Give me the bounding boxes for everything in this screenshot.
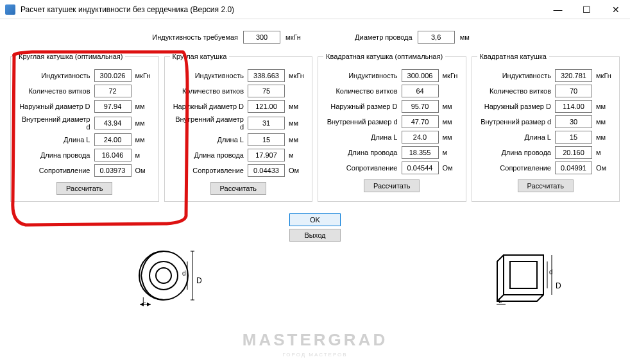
inductance-label: Индуктивность: [195, 72, 244, 79]
wirelen-label: Длина провода: [501, 149, 551, 156]
watermark: MASTERGRAD: [0, 330, 630, 350]
calculate-button[interactable]: Рассчитать: [518, 179, 574, 192]
coil-panel-2: Квадратная катушка (оптимальная) Индукти…: [318, 53, 466, 202]
outer-label: Наружный диаметр D: [173, 103, 244, 110]
inner-output[interactable]: [248, 117, 285, 129]
unit: мм: [289, 103, 307, 110]
resistance-output[interactable]: [248, 164, 285, 177]
turns-label: Количество витков: [336, 87, 397, 95]
required-inductance-label: Индуктивность требуемая: [152, 33, 238, 41]
unit: Ом: [443, 164, 461, 172]
coil-panel-3: Квадратная катушка ИндуктивностьмкГн Кол…: [472, 53, 620, 202]
svg-text:d: d: [182, 270, 186, 277]
wirelen-output[interactable]: [94, 149, 132, 161]
svg-text:L: L: [498, 297, 502, 304]
unit: мкГн: [443, 72, 461, 79]
outer-label: Наружный диаметр D: [19, 103, 90, 110]
length-label: Длина L: [371, 133, 397, 141]
length-output[interactable]: [94, 133, 132, 146]
resistance-label: Сопротивление: [346, 164, 398, 172]
outer-output[interactable]: [248, 100, 285, 113]
wirelen-output[interactable]: [402, 146, 439, 159]
length-output[interactable]: [248, 133, 285, 146]
length-label: Длина L: [64, 136, 90, 144]
svg-text:d: d: [549, 269, 553, 276]
outer-label: Наружный размер D: [484, 103, 551, 110]
svg-point-2: [156, 268, 171, 283]
unit: мкГн: [135, 72, 153, 79]
turns-output[interactable]: [402, 85, 439, 97]
panel-title: Круглая катушка (оптимальная): [16, 53, 125, 60]
resistance-label: Сопротивление: [39, 167, 90, 174]
outer-output[interactable]: [402, 100, 439, 113]
unit: мм: [596, 103, 614, 110]
inductance-output[interactable]: [248, 69, 285, 82]
close-button[interactable]: ✕: [601, 0, 630, 19]
inner-label: Внутренний размер d: [327, 118, 398, 126]
minimize-button[interactable]: —: [543, 0, 572, 19]
inner-output[interactable]: [402, 115, 439, 128]
unit: мм: [135, 119, 153, 127]
outer-output[interactable]: [555, 100, 592, 113]
unit: м: [289, 151, 307, 159]
svg-marker-11: [140, 302, 144, 306]
calculate-button[interactable]: Рассчитать: [56, 182, 112, 195]
unit-mkgn: мкГн: [285, 33, 303, 41]
unit: мкГн: [289, 72, 307, 79]
calculate-button[interactable]: Рассчитать: [364, 179, 420, 192]
wirelen-output[interactable]: [555, 146, 592, 159]
turns-output[interactable]: [555, 85, 592, 97]
unit: мм: [135, 103, 153, 110]
wirelen-label: Длина провода: [40, 151, 90, 159]
length-output[interactable]: [555, 131, 592, 144]
unit: мм: [596, 133, 614, 141]
turns-output[interactable]: [248, 85, 285, 97]
svg-text:D: D: [556, 281, 561, 290]
turns-label: Количество витков: [182, 87, 244, 95]
wirelen-label: Длина провода: [348, 149, 398, 156]
wirelen-output[interactable]: [248, 149, 285, 161]
unit: мм: [443, 118, 461, 126]
resistance-output[interactable]: [555, 161, 592, 174]
coil-panel-0: Круглая катушка (оптимальная) Индуктивно…: [10, 53, 159, 202]
unit: мм: [443, 103, 461, 110]
wirelen-label: Длина провода: [194, 151, 244, 159]
wire-diameter-label: Диаметр провода: [355, 33, 413, 41]
window-title: Расчет катушек индуктивности без сердечн…: [21, 5, 543, 14]
inner-label: Внутренний размер d: [481, 118, 551, 126]
length-output[interactable]: [402, 131, 439, 144]
turns-output[interactable]: [94, 85, 132, 97]
svg-point-1: [149, 261, 178, 290]
unit-mm: мм: [460, 33, 478, 41]
turns-label: Количество витков: [490, 87, 551, 95]
length-label: Длина L: [217, 136, 244, 144]
unit: Ом: [289, 167, 307, 174]
svg-line-15: [497, 295, 504, 301]
inner-output[interactable]: [94, 117, 132, 129]
maximize-button[interactable]: ☐: [572, 0, 601, 19]
required-inductance-input[interactable]: [243, 31, 280, 44]
inductance-output[interactable]: [402, 69, 439, 82]
calculate-button[interactable]: Рассчитать: [210, 182, 266, 195]
inner-output[interactable]: [555, 115, 592, 128]
resistance-output[interactable]: [402, 161, 439, 174]
svg-text:L: L: [142, 297, 146, 304]
outer-label: Наружный размер D: [330, 103, 397, 110]
unit: мм: [443, 133, 461, 141]
ok-button[interactable]: OK: [289, 213, 341, 226]
outer-output[interactable]: [94, 100, 132, 113]
wire-diameter-input[interactable]: [418, 31, 455, 44]
resistance-output[interactable]: [94, 164, 132, 177]
unit: мм: [596, 118, 614, 126]
square-coil-diagram: D d L: [488, 244, 571, 308]
svg-rect-14: [510, 261, 537, 288]
resistance-label: Сопротивление: [192, 167, 244, 174]
inductance-label: Индуктивность: [502, 72, 551, 79]
inductance-output[interactable]: [94, 69, 132, 82]
inductance-output[interactable]: [555, 69, 592, 82]
svg-text:D: D: [196, 276, 202, 285]
watermark-sub: ГОРОД МАСТЕРОВ: [0, 352, 630, 358]
exit-button[interactable]: Выход: [289, 229, 341, 242]
unit: мм: [135, 136, 153, 144]
unit: Ом: [596, 164, 614, 172]
